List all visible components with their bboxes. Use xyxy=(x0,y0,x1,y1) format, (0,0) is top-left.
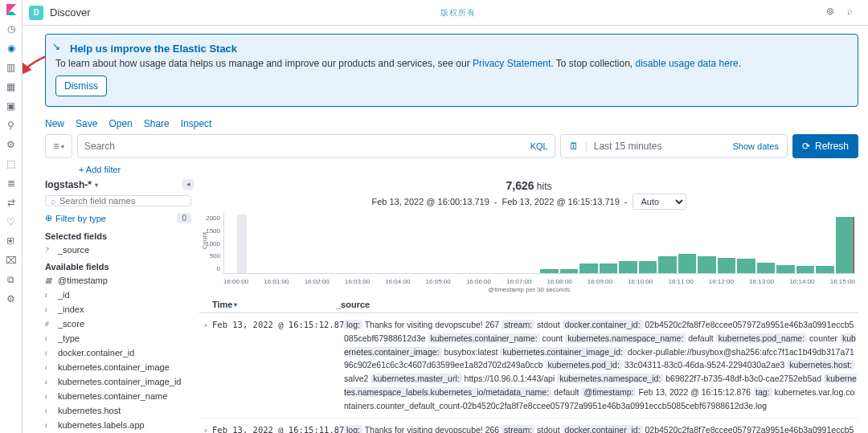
histogram-bar[interactable] xyxy=(639,261,657,273)
histogram-bar[interactable] xyxy=(678,254,697,273)
query-input[interactable] xyxy=(84,141,521,152)
telemetry-callout: ↘ Help us improve the Elastic Stack To l… xyxy=(45,34,858,107)
canvas-icon[interactable]: ▣ xyxy=(5,100,18,112)
dismiss-button[interactable]: Dismiss xyxy=(55,76,107,96)
filter-by-type-button[interactable]: ⊕ Filter by type 0 xyxy=(45,210,191,227)
field-item[interactable]: ?_source xyxy=(45,243,191,257)
add-filter-button[interactable]: + Add filter xyxy=(79,165,858,174)
new-action[interactable]: New xyxy=(45,118,64,129)
kql-toggle[interactable]: KQL xyxy=(526,141,548,151)
field-item[interactable]: tkubernetes.container_image_id xyxy=(45,374,191,389)
histogram-bar[interactable] xyxy=(836,217,855,273)
disable-telemetry-link[interactable]: disable usage data here xyxy=(636,58,739,69)
field-name: kubernetes.host xyxy=(58,406,121,415)
ml-icon[interactable]: ⚙ xyxy=(5,138,18,151)
field-item[interactable]: tkubernetes.container_name xyxy=(45,389,191,403)
apm-icon[interactable]: ⇄ xyxy=(5,196,18,209)
chart-xaxis: 16:00:0016:01:0016:02:0016:03:0016:04:00… xyxy=(223,278,855,285)
source-column-header[interactable]: _source xyxy=(336,300,858,309)
open-action[interactable]: Open xyxy=(108,118,132,129)
kibana-logo-icon[interactable] xyxy=(5,3,18,16)
siem-icon[interactable]: ⛨ xyxy=(5,235,18,247)
field-item[interactable]: tkubernetes.labels.app xyxy=(45,418,191,432)
field-type-icon: t xyxy=(45,363,53,371)
histogram-bar[interactable] xyxy=(560,269,579,273)
management-icon[interactable]: ⚙ xyxy=(5,292,18,305)
histogram-bar[interactable] xyxy=(816,266,834,273)
row-source: log: Thanks for visiting devopscube! 266… xyxy=(344,423,858,433)
collapse-sidebar-button[interactable]: ◂ xyxy=(182,179,194,190)
docs-table-header: Time ▾ _source xyxy=(199,296,858,313)
field-type-icon: ? xyxy=(45,246,53,254)
histogram-bar[interactable] xyxy=(776,265,795,273)
histogram-bar[interactable] xyxy=(757,263,776,273)
field-search-input[interactable] xyxy=(59,196,186,206)
field-sidebar: ◂ logstash-*▾ ⌕ ⊕ Filter by type 0 Selec… xyxy=(45,179,191,433)
histogram-bar[interactable] xyxy=(658,256,677,273)
field-item[interactable]: tdocker.container_id xyxy=(45,345,191,360)
table-row: ›Feb 13, 2022 @ 16:15:12.876log: Thanks … xyxy=(199,313,858,419)
field-item[interactable]: tkubernetes.host xyxy=(45,403,191,418)
field-item[interactable]: t_type xyxy=(45,331,191,345)
histogram-bar[interactable] xyxy=(540,269,559,273)
visualize-icon[interactable]: ▥ xyxy=(5,61,18,74)
available-fields-heading: Available fields xyxy=(45,262,191,272)
chart-xlabel: @timestamp per 30 seconds xyxy=(199,286,858,293)
histogram-bar[interactable] xyxy=(698,256,716,273)
time-column-header[interactable]: Time ▾ xyxy=(199,300,336,309)
watermark-text: 版权所有 xyxy=(440,7,476,18)
field-type-icon: t xyxy=(45,378,53,386)
recent-icon[interactable]: ◷ xyxy=(5,22,18,35)
field-name: kubernetes.container_name xyxy=(58,391,167,401)
share-action[interactable]: Share xyxy=(144,118,170,129)
results-panel: 7,626 hits Feb 13, 2022 @ 16:00:13.719-F… xyxy=(199,179,858,433)
field-item[interactable]: #_score xyxy=(45,317,191,331)
stack-icon[interactable]: ⧉ xyxy=(5,273,18,286)
histogram-bar[interactable] xyxy=(737,259,755,273)
field-item[interactable]: tkubernetes.container_image xyxy=(45,360,191,374)
field-item[interactable]: ▦@timestamp xyxy=(45,273,191,288)
logs-icon[interactable]: ≣ xyxy=(5,177,18,190)
field-type-icon: t xyxy=(45,421,53,429)
histogram-bar[interactable] xyxy=(619,261,637,273)
metrics-icon[interactable]: ⬚ xyxy=(5,157,18,170)
uptime-icon[interactable]: ♡ xyxy=(5,215,18,228)
histogram-bar[interactable] xyxy=(600,263,618,273)
left-nav: ◷ ◉ ▥ ▦ ▣ ⚲ ⚙ ⬚ ≣ ⇄ ♡ ⛨ ⌧ ⧉ ⚙ xyxy=(0,0,23,433)
interval-select[interactable]: Auto xyxy=(633,194,686,210)
privacy-link[interactable]: Privacy Statement xyxy=(473,58,551,69)
field-type-icon: # xyxy=(45,320,53,328)
field-item[interactable]: t_index xyxy=(45,302,191,317)
field-item[interactable]: t_id xyxy=(45,288,191,302)
refresh-icon: ⟳ xyxy=(802,141,810,152)
field-type-icon: t xyxy=(45,406,53,415)
histogram-bar[interactable] xyxy=(579,263,598,273)
top-action-bar: New Save Open Share Inspect xyxy=(45,118,858,129)
histogram-bar[interactable] xyxy=(796,266,815,273)
discover-icon[interactable]: ◉ xyxy=(5,42,18,55)
save-action[interactable]: Save xyxy=(76,118,97,129)
index-pattern-selector[interactable]: logstash-*▾ xyxy=(45,179,191,190)
date-range-text: Last 15 minutes xyxy=(594,141,662,152)
filter-options-button[interactable]: ≡▾ xyxy=(45,134,72,158)
inspect-action[interactable]: Inspect xyxy=(181,118,212,129)
devtools-icon[interactable]: ⌧ xyxy=(5,254,18,267)
dashboard-icon[interactable]: ▦ xyxy=(5,80,18,93)
newsfeed-icon[interactable]: ⊚ xyxy=(826,6,841,20)
expand-row-button[interactable]: › xyxy=(199,423,212,433)
selected-fields-heading: Selected fields xyxy=(45,231,191,241)
field-type-icon: t xyxy=(45,334,53,342)
filter-type-count: 0 xyxy=(177,213,191,223)
maps-icon[interactable]: ⚲ xyxy=(5,119,18,132)
refresh-button[interactable]: ⟳ Refresh xyxy=(792,134,858,158)
show-dates-link[interactable]: Show dates xyxy=(732,141,778,151)
histogram-bar[interactable] xyxy=(718,258,736,273)
app-badge: D xyxy=(29,6,43,20)
search-icon: ⌕ xyxy=(51,196,56,206)
chart-plot-area xyxy=(223,213,855,274)
histogram-chart[interactable]: Count 2000150010005000 16:00:0016:01:001… xyxy=(199,213,858,287)
date-range-picker[interactable]: 🗓 | Last 15 minutes Show dates xyxy=(560,134,788,158)
expand-row-button[interactable]: › xyxy=(199,318,212,413)
field-type-icon: t xyxy=(45,349,53,357)
help-icon[interactable]: ⌕ xyxy=(847,6,862,20)
